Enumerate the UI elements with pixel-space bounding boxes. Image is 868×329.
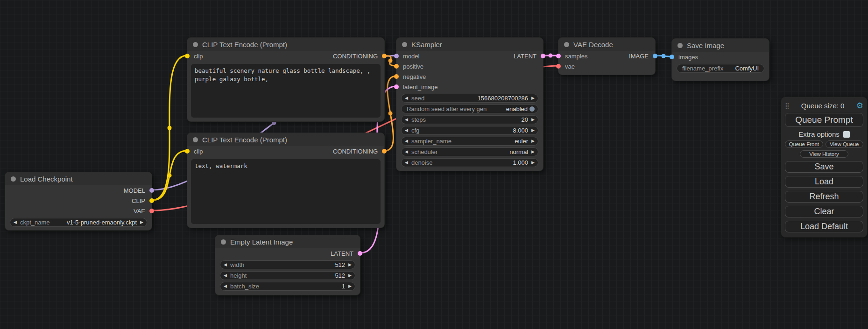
widget-width[interactable]: ◀ width 512 ▶ [220, 260, 355, 269]
output-dot-image[interactable] [653, 54, 657, 58]
node-load-checkpoint[interactable]: Load Checkpoint MODEL CLIP VAE ◀ ckpt_na… [5, 172, 152, 231]
node-vae-decode[interactable]: VAE Decode samples IMAGE vae [558, 37, 656, 75]
drag-handle-icon[interactable]: ⣿ [785, 102, 790, 109]
collapse-dot-icon[interactable] [402, 42, 407, 47]
arrow-right-icon[interactable]: ▶ [531, 118, 535, 122]
arrow-right-icon[interactable]: ▶ [531, 161, 535, 165]
input-dot-model[interactable] [394, 54, 399, 58]
node-title: Load Checkpoint [20, 175, 73, 183]
input-dot-clip[interactable] [185, 149, 190, 154]
input-slot-vae: vae [558, 61, 655, 71]
node-title-bar[interactable]: Empty Latent Image [215, 235, 360, 248]
input-dot-clip[interactable] [185, 54, 190, 58]
collapse-dot-icon[interactable] [221, 239, 226, 245]
output-dot-vae[interactable] [149, 209, 154, 213]
slot-row-samples-image: samples IMAGE [558, 51, 655, 61]
arrow-left-icon[interactable]: ◀ [405, 139, 408, 143]
arrow-left-icon[interactable]: ◀ [405, 118, 408, 122]
node-title-bar[interactable]: Save Image [672, 39, 769, 52]
node-title-bar[interactable]: Load Checkpoint [5, 172, 152, 185]
view-queue-button[interactable]: View Queue [826, 140, 864, 148]
queue-front-button[interactable]: Queue Front [785, 140, 823, 148]
collapse-dot-icon[interactable] [193, 137, 198, 142]
arrow-right-icon[interactable]: ▶ [531, 96, 535, 100]
wire-midpoint-dot-clip-positive [168, 126, 172, 130]
widget-steps[interactable]: ◀ steps 20 ▶ [401, 115, 538, 124]
node-title-bar[interactable]: CLIP Text Encode (Prompt) [187, 133, 384, 146]
arrow-right-icon[interactable]: ▶ [348, 273, 352, 278]
input-slot-negative: negative [396, 71, 543, 82]
arrow-left-icon[interactable]: ◀ [224, 273, 227, 278]
queue-prompt-button[interactable]: Queue Prompt [785, 113, 863, 127]
node-graph-canvas[interactable]: Load Checkpoint MODEL CLIP VAE ◀ ckpt_na… [0, 0, 868, 329]
node-ksampler[interactable]: KSampler model LATENT positive negative … [396, 37, 543, 171]
arrow-left-icon[interactable]: ◀ [405, 161, 408, 165]
settings-gear-icon[interactable]: ⚙ [856, 101, 863, 111]
widget-height[interactable]: ◀ height 512 ▶ [220, 271, 355, 280]
refresh-button[interactable]: Refresh [785, 191, 863, 203]
node-clip-text-encode-negative[interactable]: CLIP Text Encode (Prompt) clip CONDITION… [187, 133, 385, 228]
input-slot-positive: positive [396, 61, 543, 71]
toggle-knob-icon[interactable] [529, 106, 535, 112]
view-history-button[interactable]: View History [800, 150, 848, 158]
clear-button[interactable]: Clear [785, 206, 863, 217]
comfy-menu-panel: ⣿ Queue size: 0 ⚙ Queue Prompt Extra opt… [781, 97, 868, 238]
widget-denoise[interactable]: ◀ denoise 1.000 ▶ [401, 158, 538, 167]
input-dot-samples[interactable] [556, 54, 561, 58]
wire-midpoint-dot-image [662, 54, 666, 58]
node-save-image[interactable]: Save Image images filename_prefix ComfyU… [671, 38, 769, 81]
arrow-right-icon[interactable]: ▶ [348, 284, 352, 288]
prompt-textarea[interactable]: beautiful scenery nature glass bottle la… [191, 64, 381, 118]
node-clip-text-encode-positive[interactable]: CLIP Text Encode (Prompt) clip CONDITION… [187, 37, 385, 122]
input-slot-latent-image: latent_image [396, 82, 543, 92]
node-title: VAE Decode [573, 41, 613, 49]
input-dot-negative[interactable] [394, 74, 399, 79]
prompt-textarea[interactable]: text, watermark [191, 159, 381, 224]
collapse-dot-icon[interactable] [564, 42, 569, 47]
widget-random-seed-toggle[interactable]: Random seed after every gen enabled [401, 105, 538, 113]
input-dot-images[interactable] [670, 55, 674, 59]
load-default-button[interactable]: Load Default [785, 221, 863, 232]
node-title-bar[interactable]: KSampler [396, 38, 543, 51]
widget-ckpt-name[interactable]: ◀ ckpt_name v1-5-pruned-emaonly.ckpt ▶ [10, 218, 147, 227]
output-dot-clip[interactable] [149, 198, 154, 203]
widget-cfg[interactable]: ◀ cfg 8.000 ▶ [401, 126, 538, 135]
slot-row-clip-conditioning: clip CONDITIONING [187, 51, 384, 61]
arrow-left-icon[interactable]: ◀ [224, 284, 227, 288]
output-dot-latent[interactable] [541, 54, 545, 58]
arrow-right-icon[interactable]: ▶ [531, 150, 535, 154]
output-dot-conditioning[interactable] [382, 149, 387, 154]
widget-filename-prefix[interactable]: filename_prefix ComfyUI [677, 64, 764, 73]
widget-sampler-name[interactable]: ◀ sampler_name euler ▶ [401, 137, 538, 146]
output-dot-model[interactable] [149, 188, 154, 193]
extra-options-checkbox[interactable] [843, 131, 850, 138]
node-title: KSampler [411, 41, 442, 49]
arrow-right-icon[interactable]: ▶ [348, 263, 352, 267]
arrow-right-icon[interactable]: ▶ [531, 128, 535, 133]
node-title-bar[interactable]: CLIP Text Encode (Prompt) [187, 38, 384, 51]
queue-size-label: Queue size: 0 [790, 102, 856, 110]
collapse-dot-icon[interactable] [677, 43, 683, 48]
arrow-right-icon[interactable]: ▶ [531, 139, 535, 143]
widget-batch-size[interactable]: ◀ batch_size 1 ▶ [220, 282, 355, 291]
output-dot-conditioning[interactable] [382, 54, 387, 58]
widget-seed[interactable]: ◀ seed 156680208700286 ▶ [401, 94, 538, 103]
input-dot-latent-image[interactable] [394, 84, 399, 89]
arrow-left-icon[interactable]: ◀ [224, 263, 227, 267]
input-dot-positive[interactable] [394, 64, 399, 69]
arrow-left-icon[interactable]: ◀ [405, 96, 408, 100]
arrow-left-icon[interactable]: ◀ [14, 220, 17, 224]
node-empty-latent-image[interactable]: Empty Latent Image LATENT ◀ width 512 ▶ … [215, 235, 360, 295]
collapse-dot-icon[interactable] [193, 42, 198, 47]
arrow-right-icon[interactable]: ▶ [140, 220, 143, 224]
node-title-bar[interactable]: VAE Decode [558, 38, 655, 51]
output-dot-latent[interactable] [358, 251, 362, 256]
arrow-left-icon[interactable]: ◀ [405, 128, 408, 133]
output-slot-clip: CLIP [5, 196, 152, 206]
collapse-dot-icon[interactable] [11, 176, 16, 182]
load-button[interactable]: Load [785, 176, 863, 188]
arrow-left-icon[interactable]: ◀ [405, 150, 408, 154]
input-dot-vae[interactable] [556, 64, 561, 69]
widget-scheduler[interactable]: ◀ scheduler normal ▶ [401, 147, 538, 156]
save-button[interactable]: Save [785, 161, 863, 173]
